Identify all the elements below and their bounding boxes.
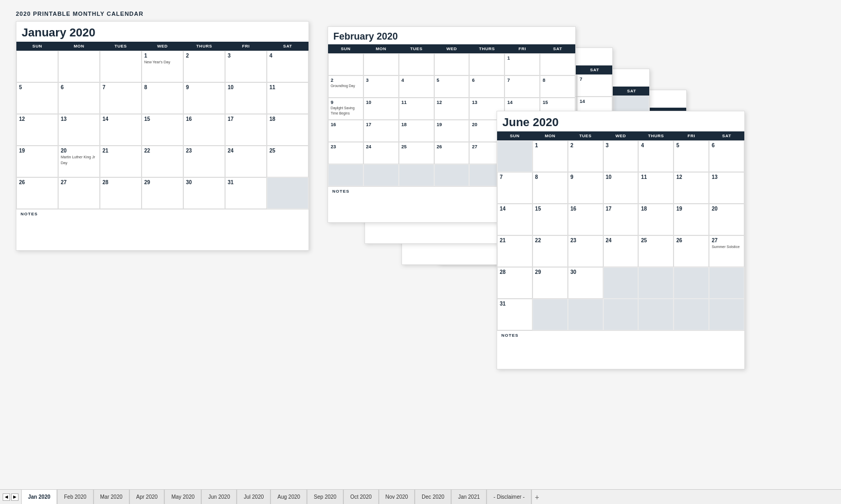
table-row: 15 <box>142 114 183 146</box>
tab-add-btn[interactable]: + <box>531 490 542 504</box>
jun-notes-area <box>497 340 744 369</box>
table-row: 3 <box>225 51 267 82</box>
table-row: 1New Year's Day <box>142 51 183 82</box>
table-row: 22 <box>142 146 183 177</box>
jan-grid: 1New Year's Day 2 3 4 5 6 7 8 9 10 11 12… <box>16 51 309 209</box>
jan-notes-label: NOTES <box>16 209 309 218</box>
header-sat: SAT <box>267 42 309 51</box>
january-calendar: January 2020 SUN MON TUES WED THURS FRI … <box>16 21 309 251</box>
tab-jun-2020[interactable]: Jun 2020 <box>201 490 237 504</box>
tab-bar: ◀ ▶ Jan 2020 Feb 2020 Mar 2020 Apr 2020 … <box>0 489 841 504</box>
feb-header: SUN MON TUES WED THURS FRI SAT <box>328 44 575 53</box>
table-row: 24 <box>225 146 267 177</box>
tab-aug-2020[interactable]: Aug 2020 <box>270 490 307 504</box>
tab-prev-btn[interactable]: ◀ <box>3 493 10 501</box>
jun-notes-label: NOTES <box>497 330 744 340</box>
table-row: 5 <box>16 82 58 114</box>
table-row: 21 <box>100 146 142 177</box>
header-mon: MON <box>58 42 100 51</box>
tab-nov-2020[interactable]: Nov 2020 <box>379 490 415 504</box>
jan-title: January 2020 <box>16 22 309 42</box>
table-row: 19 <box>16 146 58 177</box>
page-title: 2020 PRINTABLE MONTHLY CALENDAR <box>16 11 825 17</box>
table-row: 2 <box>183 51 225 82</box>
table-row: 11 <box>267 82 309 114</box>
tab-oct-2020[interactable]: Oct 2020 <box>343 490 379 504</box>
header-tue: TUES <box>100 42 142 51</box>
table-row: 12 <box>16 114 58 146</box>
table-row: 13 <box>58 114 100 146</box>
header-thu: THURS <box>183 42 225 51</box>
jan-notes-area <box>16 218 309 250</box>
table-row: 25 <box>267 146 309 177</box>
table-row: 29 <box>142 177 183 209</box>
tab-may-2020[interactable]: May 2020 <box>164 490 201 504</box>
tab-mar-2020[interactable]: Mar 2020 <box>94 490 129 504</box>
calendar-container: January 2020 SUN MON TUES WED THURS FRI … <box>16 21 825 464</box>
table-row: 6 <box>58 82 100 114</box>
jun-title: June 2020 <box>497 111 744 131</box>
jun-grid: 1 2 3 4 5 6 7 8 9 10 11 12 13 14 15 16 1… <box>497 140 744 330</box>
feb-title: February 2020 <box>328 27 575 44</box>
table-row: 20Martin Luther King Jr Day <box>58 146 100 177</box>
tab-next-btn[interactable]: ▶ <box>11 493 18 501</box>
tab-disclaimer[interactable]: - Disclaimer - <box>487 490 531 504</box>
table-row: 14 <box>100 114 142 146</box>
table-row: 28 <box>100 177 142 209</box>
jan-header: SUN MON TUES WED THURS FRI SAT <box>16 42 309 51</box>
table-row: 7 <box>100 82 142 114</box>
tab-jul-2020[interactable]: Jul 2020 <box>237 490 270 504</box>
table-row: 16 <box>183 114 225 146</box>
main-content: 2020 PRINTABLE MONTHLY CALENDAR January … <box>0 0 841 489</box>
tab-sep-2020[interactable]: Sep 2020 <box>307 490 343 504</box>
table-row: 31 <box>225 177 267 209</box>
table-row <box>58 51 100 82</box>
table-row: 18 <box>267 114 309 146</box>
tab-dec-2020[interactable]: Dec 2020 <box>415 490 451 504</box>
table-row: 8 <box>142 82 183 114</box>
tab-jan-2021[interactable]: Jan 2021 <box>451 490 487 504</box>
table-row <box>100 51 142 82</box>
tab-apr-2020[interactable]: Apr 2020 <box>129 490 165 504</box>
header-wed: WED <box>142 42 183 51</box>
table-row: 23 <box>183 146 225 177</box>
table-row: 4 <box>267 51 309 82</box>
header-fri: FRI <box>225 42 267 51</box>
tab-jan-2020[interactable]: Jan 2020 <box>21 490 57 504</box>
table-row <box>267 177 309 209</box>
table-row: 9 <box>183 82 225 114</box>
june-calendar: June 2020 SUN MON TUES WED THURS FRI SAT… <box>497 111 745 369</box>
table-row <box>16 51 58 82</box>
jun-header: SUN MON TUES WED THURS FRI SAT <box>497 131 744 140</box>
table-row: 10 <box>225 82 267 114</box>
table-row: 27 <box>58 177 100 209</box>
table-row: 26 <box>16 177 58 209</box>
tab-nav: ◀ ▶ <box>0 490 21 504</box>
table-row: 17 <box>225 114 267 146</box>
header-sun: SUN <box>16 42 58 51</box>
table-row: 30 <box>183 177 225 209</box>
tab-feb-2020[interactable]: Feb 2020 <box>57 490 93 504</box>
